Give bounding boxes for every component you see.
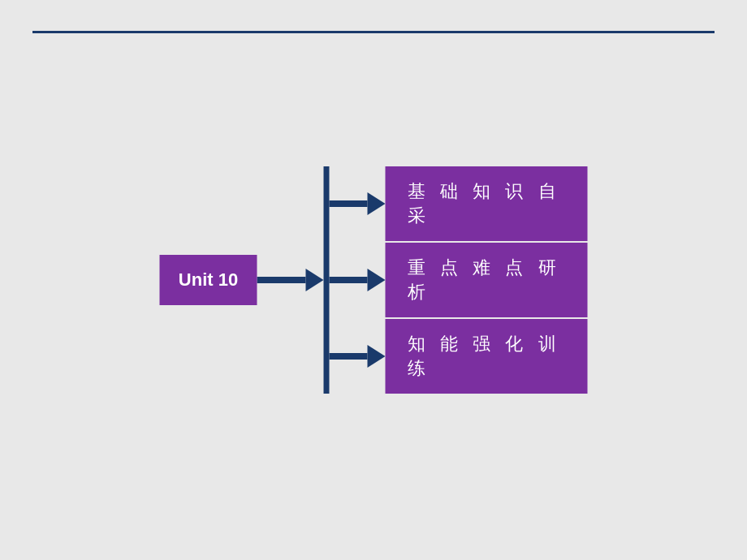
- slide: Unit 10 基 础 知 识 自 采 重 点: [0, 0, 747, 560]
- branch-shaft-3: [330, 353, 368, 360]
- menu-item-3: 知 能 强 化 训 练: [385, 319, 587, 394]
- branch-1: 基 础 知 识 自 采: [330, 166, 588, 241]
- main-arrow: [257, 256, 324, 304]
- branch-shaft-1: [330, 200, 368, 207]
- branch-arrow-3: [367, 345, 385, 368]
- branch-arrow-1: [367, 192, 385, 215]
- main-arrow-shaft: [257, 277, 306, 283]
- menu-item-1: 基 础 知 识 自 采: [385, 166, 587, 241]
- unit-box: Unit 10: [160, 255, 257, 305]
- branch-2: 重 点 难 点 研 析: [330, 243, 588, 317]
- diagram: Unit 10 基 础 知 识 自 采 重 点: [160, 166, 588, 394]
- branch-3: 知 能 强 化 训 练: [330, 319, 588, 394]
- branches-container: 基 础 知 识 自 采 重 点 难 点 研 析 知 能 强 化 训 练: [330, 166, 588, 394]
- menu-item-2: 重 点 难 点 研 析: [385, 243, 587, 317]
- branch-arrow-2: [367, 269, 385, 291]
- bracket-vertical-line: [324, 166, 330, 394]
- unit-label: Unit 10: [179, 269, 238, 291]
- branch-shaft-2: [330, 277, 368, 283]
- main-arrow-head: [306, 269, 324, 291]
- top-line: [32, 31, 715, 33]
